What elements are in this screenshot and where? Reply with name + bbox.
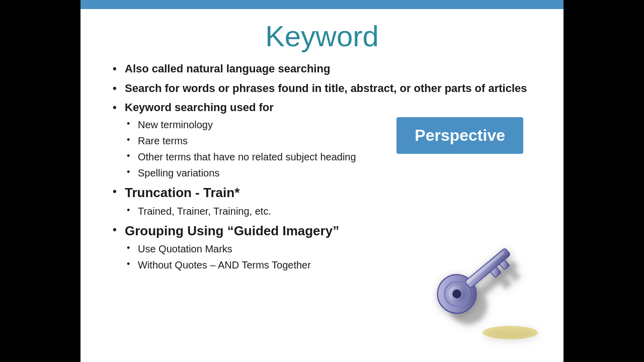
bullet-2: Search for words or phrases found in tit…	[111, 81, 533, 96]
key-image	[433, 241, 543, 352]
top-bar	[80, 0, 564, 9]
sub-bullet-5: Trained, Trainer, Training, etc.	[125, 205, 533, 218]
bullet-4: Truncation - Train* Trained, Trainer, Tr…	[111, 185, 533, 218]
main-bullet-list: Also called natural language searching S…	[111, 62, 533, 272]
slide-title: Keyword	[111, 19, 533, 53]
sub-list-2: Trained, Trainer, Training, etc.	[125, 205, 533, 218]
slide: Keyword Perspective Also called natural …	[80, 0, 564, 362]
perspective-badge: Perspective	[396, 117, 523, 154]
svg-point-12	[482, 326, 538, 339]
sub-bullet-4: Spelling variations	[125, 166, 533, 179]
bullet-1: Also called natural language searching	[111, 62, 533, 76]
slide-content: Keyword Perspective Also called natural …	[80, 9, 564, 362]
